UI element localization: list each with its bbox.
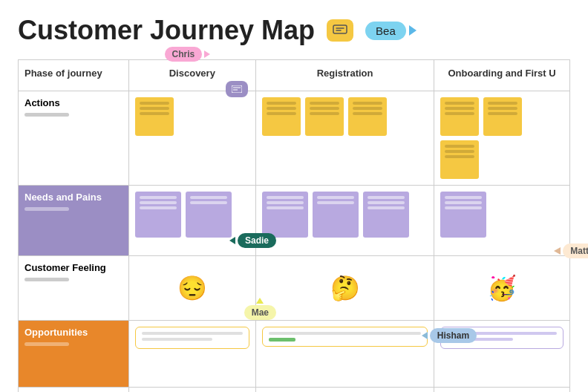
matt-cursor: Matt xyxy=(554,244,588,258)
actions-onboarding-notes xyxy=(440,97,564,179)
needs-onboarding: Matt xyxy=(434,186,570,256)
col-header-phase: Phase of journey xyxy=(19,60,129,91)
phase-opportunities-label: Opportunities xyxy=(24,327,122,338)
touchpoint-discovery xyxy=(128,388,255,393)
sticky-note[interactable] xyxy=(305,97,344,136)
hisham-arrow-icon xyxy=(422,332,428,339)
row-feeling: Customer Feeling 😔 Mae 🤔 xyxy=(19,256,570,321)
svg-rect-3 xyxy=(232,85,242,93)
opp-card[interactable] xyxy=(262,327,428,347)
actions-registration-notes xyxy=(262,97,428,136)
touchpoint-onboarding xyxy=(434,388,570,393)
sticky-note[interactable] xyxy=(363,192,409,238)
row-opportunities: Opportunities xyxy=(19,321,570,388)
phase-actions-sub xyxy=(24,113,69,117)
phase-actions-label: Actions xyxy=(24,97,122,108)
sticky-note[interactable] xyxy=(313,192,359,238)
page-title: Customer Journey Map xyxy=(18,15,315,46)
chris-arrow-icon xyxy=(204,50,210,58)
hisham-cursor: Hisham xyxy=(422,328,477,343)
touchpoint-registration xyxy=(256,388,434,393)
page: Customer Journey Map Bea Phase of journe… xyxy=(0,0,588,392)
feeling-discovery-emoji: 😔 xyxy=(135,262,249,314)
phase-actions: Actions xyxy=(19,91,129,186)
opp-discovery xyxy=(128,321,255,388)
sticky-note[interactable] xyxy=(440,97,479,136)
actions-registration xyxy=(256,91,434,186)
phase-feeling: Customer Feeling xyxy=(19,256,129,321)
sticky-note[interactable] xyxy=(135,97,174,136)
chris-chat-bubble xyxy=(226,81,248,97)
header: Customer Journey Map Bea xyxy=(18,15,570,46)
phase-needs-label: Needs and Pains xyxy=(24,192,122,203)
needs-discovery: Sadie xyxy=(128,186,255,256)
hisham-label: Hisham xyxy=(430,328,477,343)
sticky-note[interactable] xyxy=(440,192,486,238)
opp-registration: Hisham xyxy=(256,321,434,388)
actions-discovery-notes xyxy=(135,97,249,136)
row-touchpoint: Touchpoint xyxy=(19,388,570,393)
phase-opportunities: Opportunities xyxy=(19,321,129,388)
mae-arrow-icon xyxy=(256,298,264,304)
feeling-registration-emoji: 🤔 xyxy=(262,262,428,314)
chris-cursor: Chris xyxy=(165,47,211,62)
row-actions: Actions xyxy=(19,91,570,186)
svg-rect-0 xyxy=(333,25,347,33)
mae-cursor: Mae xyxy=(244,298,276,320)
actions-discovery xyxy=(128,91,255,186)
row-needs: Needs and Pains xyxy=(19,186,570,256)
feeling-onboarding-emoji: 🥳 xyxy=(440,262,564,314)
sticky-note[interactable] xyxy=(348,97,387,136)
sticky-note[interactable] xyxy=(262,97,301,136)
phase-touchpoint: Touchpoint xyxy=(19,388,129,393)
phase-feeling-label: Customer Feeling xyxy=(24,262,122,273)
needs-discovery-notes xyxy=(135,192,249,238)
needs-registration xyxy=(256,186,434,256)
journey-table: Phase of journey Chris Discovery Registr… xyxy=(18,59,570,392)
table-header-row: Phase of journey Chris Discovery Registr… xyxy=(19,60,570,91)
bea-arrow-icon xyxy=(409,25,416,36)
bea-label: Bea xyxy=(365,22,406,40)
phase-needs-sub xyxy=(24,207,69,211)
col-header-registration: Registration xyxy=(256,60,434,91)
feeling-registration: 🤔 xyxy=(256,256,434,321)
col-header-onboarding: Onboarding and First U xyxy=(434,60,570,91)
sticky-note[interactable] xyxy=(262,192,308,238)
chat-icon xyxy=(327,19,353,42)
matt-arrow-icon xyxy=(554,247,561,255)
opp-card[interactable] xyxy=(135,327,249,349)
phase-feeling-sub xyxy=(24,278,69,281)
sticky-note[interactable] xyxy=(186,192,232,238)
feeling-onboarding: 🥳 xyxy=(434,256,570,321)
phase-needs: Needs and Pains xyxy=(19,186,129,256)
actions-onboarding xyxy=(434,91,570,186)
feeling-discovery: 😔 Mae xyxy=(128,256,255,321)
matt-label: Matt xyxy=(563,244,588,258)
mae-label: Mae xyxy=(244,305,276,320)
sticky-note[interactable] xyxy=(135,192,181,238)
needs-registration-notes xyxy=(262,192,428,238)
sticky-note[interactable] xyxy=(483,97,522,136)
bea-cursor: Bea xyxy=(365,22,416,40)
sadie-cursor: Sadie xyxy=(229,233,276,248)
phase-opp-sub xyxy=(24,342,69,346)
sadie-label: Sadie xyxy=(238,233,276,248)
sadie-arrow-icon xyxy=(229,237,235,244)
needs-onboarding-notes xyxy=(440,192,564,238)
sticky-note[interactable] xyxy=(440,140,479,179)
chris-label: Chris xyxy=(165,47,203,62)
